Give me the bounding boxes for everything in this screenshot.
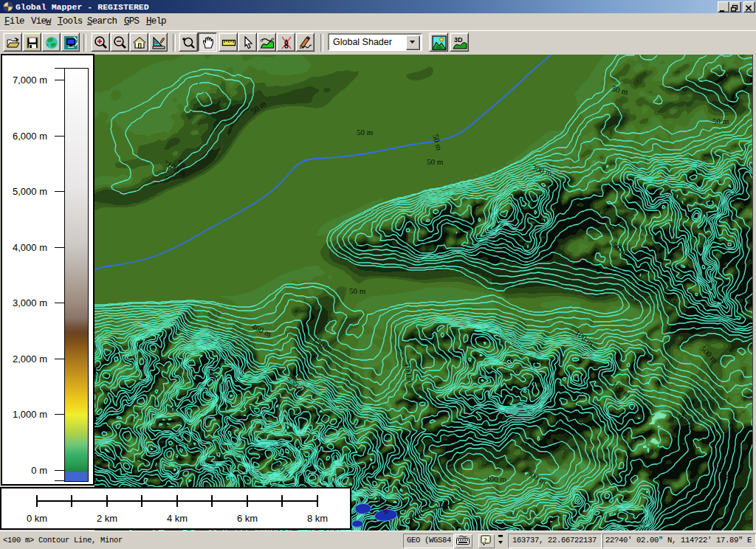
svg-text:400 m: 400 m xyxy=(486,474,506,483)
svg-text:50 m: 50 m xyxy=(349,286,366,295)
svg-text:3D: 3D xyxy=(454,36,463,44)
svg-text:50 m: 50 m xyxy=(357,128,374,137)
svg-text:50 m: 50 m xyxy=(427,157,444,166)
svg-text:50 m: 50 m xyxy=(712,117,729,125)
svg-text:?: ? xyxy=(484,536,487,544)
